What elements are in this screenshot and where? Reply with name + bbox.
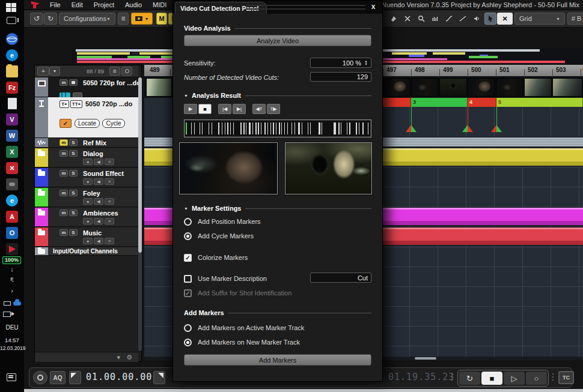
stop-button[interactable]: ■ xyxy=(481,372,502,385)
solo-button[interactable]: S xyxy=(69,139,78,146)
marker-description-field[interactable]: Cut xyxy=(310,273,371,283)
grid-type-dropdown[interactable]: Grid ▼ xyxy=(514,13,565,25)
record-enable-button[interactable]: ● xyxy=(83,198,93,205)
record-enable-button[interactable]: ● xyxy=(83,218,93,225)
radio-add-position-markers[interactable]: Add Position Markers xyxy=(184,217,261,226)
track-row-marker-selected[interactable]: T+ TT+ 5050 720p ...do ✓ Locate Cycle xyxy=(35,97,138,138)
cycle-button[interactable]: ↻ xyxy=(459,372,480,385)
mute-button[interactable]: m xyxy=(60,210,68,216)
solo-button[interactable]: S xyxy=(69,229,78,236)
checkbox-colorize-markers[interactable]: ✓ Colorize Markers xyxy=(184,253,248,262)
menu-item-file[interactable]: File xyxy=(44,0,66,10)
monitor-button[interactable]: ◀ xyxy=(94,178,103,185)
track-row-video[interactable]: m 5050 720p for ...do xyxy=(35,77,138,97)
browser-globe-icon[interactable] xyxy=(6,33,18,45)
marker-flag[interactable] xyxy=(406,125,411,132)
menu-item-midi[interactable]: MIDI xyxy=(147,0,172,10)
mute-button[interactable]: m xyxy=(60,229,68,236)
mute-tool[interactable] xyxy=(429,13,441,25)
cycle-marker[interactable] xyxy=(379,98,411,107)
battery-indicator[interactable]: 100% xyxy=(2,256,21,264)
configurations-dropdown[interactable]: Configurations ▼ xyxy=(59,13,115,25)
dialog-drag-grip[interactable] xyxy=(246,5,365,10)
play-button[interactable]: ▶ xyxy=(184,104,197,114)
glue-tool[interactable] xyxy=(388,13,400,25)
lock-icon[interactable] xyxy=(69,79,78,86)
cycle-marker[interactable]: 5 xyxy=(496,98,583,107)
collapse-icon[interactable]: ▾ xyxy=(117,354,120,361)
cycle-marker[interactable]: 3 xyxy=(411,98,468,107)
go-next-button[interactable]: ▶| xyxy=(233,104,246,114)
play-button[interactable]: ▷ xyxy=(504,372,525,385)
edit-channel-button[interactable]: ≡ xyxy=(105,158,114,165)
start-button-icon[interactable] xyxy=(6,3,17,13)
fade-tool[interactable] xyxy=(443,13,455,25)
cycle-button[interactable]: Cycle xyxy=(102,119,125,128)
stop-button[interactable]: ■ xyxy=(198,104,212,114)
marker-flag[interactable] xyxy=(496,125,502,132)
record-enable-button[interactable]: ● xyxy=(83,238,93,244)
track-row-dialog[interactable]: mSDialog●◀≡ xyxy=(35,148,138,167)
mute-button[interactable]: m xyxy=(60,150,68,157)
secondary-time-display[interactable]: 01.19.35.23 xyxy=(388,372,454,382)
menu-item-edit[interactable]: Edit xyxy=(66,0,88,10)
clock[interactable]: 14:57 xyxy=(0,337,24,343)
eraser-tool[interactable] xyxy=(401,13,414,25)
mute-button[interactable]: m xyxy=(60,190,68,196)
marker-settings-header[interactable]: ▼ Marker Settings xyxy=(184,205,371,212)
timeline-video-thumbnail[interactable] xyxy=(524,78,552,97)
zoom-tool[interactable] xyxy=(415,13,427,25)
tray-device-icon[interactable] xyxy=(4,301,11,306)
marker-flag[interactable] xyxy=(468,125,473,132)
edit-channel-button[interactable]: ≡ xyxy=(105,178,114,185)
file-explorer-icon[interactable] xyxy=(6,65,18,77)
outlook-icon[interactable]: O xyxy=(6,227,18,239)
radio-markers-active-track[interactable]: Add Markers on Active Marker Track xyxy=(184,323,304,333)
track-row-music[interactable]: mSMusic●◀≡ xyxy=(35,228,138,247)
timeline-video-thumbnail[interactable] xyxy=(146,78,172,97)
close-icon[interactable]: x xyxy=(369,2,377,11)
locate-button[interactable]: Locate xyxy=(75,119,100,128)
monitor-button[interactable]: ◀ xyxy=(94,238,103,244)
marker-flag[interactable] xyxy=(411,125,417,132)
nuendo-app-icon[interactable] xyxy=(6,243,18,255)
go-previous-button[interactable]: |◀ xyxy=(218,104,231,114)
notepad-icon[interactable] xyxy=(8,98,17,109)
people-icon[interactable]: ꭆ xyxy=(0,275,24,282)
add-cycle-marker-button[interactable]: TT+ xyxy=(70,100,82,108)
mute-button[interactable]: m xyxy=(60,139,68,146)
mute-button[interactable]: m xyxy=(60,170,68,176)
track-presets-dropdown[interactable]: ▼ xyxy=(49,67,60,76)
object-selection-tool[interactable] xyxy=(484,13,496,25)
internet-explorer-icon[interactable]: e xyxy=(6,194,18,207)
action-center-icon[interactable] xyxy=(7,373,16,381)
track-row-ambiences[interactable]: mSAmbiences●◀≡ xyxy=(35,208,138,227)
solo-button[interactable]: S xyxy=(69,190,78,196)
timeline-video-thumbnail[interactable] xyxy=(468,78,495,97)
menu-item-audio[interactable]: Audio xyxy=(120,0,147,10)
record-enable-button[interactable]: ● xyxy=(83,158,93,165)
add-markers-button[interactable]: Add Markers xyxy=(184,354,371,366)
analyze-video-button[interactable]: Analyze Video xyxy=(184,35,371,46)
radio-markers-new-track[interactable]: Add Markers on New Marker Track xyxy=(184,337,300,347)
excel-icon[interactable]: X xyxy=(6,146,18,158)
record-button[interactable]: ○ xyxy=(526,372,547,385)
timeline-video-thumbnail[interactable] xyxy=(439,78,467,97)
bar-grid-button[interactable]: # B xyxy=(567,13,583,25)
checkbox-use-marker-description[interactable]: Use Marker Description xyxy=(184,274,267,283)
setup-list-button[interactable]: ≡ xyxy=(118,13,129,25)
visual-studio-icon[interactable]: V xyxy=(6,113,18,125)
metronome-button[interactable] xyxy=(33,371,47,384)
solo-button[interactable]: S xyxy=(69,210,78,216)
undo-button[interactable]: ↺ xyxy=(30,13,43,25)
hide-icons-arrow-icon[interactable]: ↓ xyxy=(0,265,24,273)
aq-button[interactable]: AQ xyxy=(50,371,66,384)
add-marker-button[interactable]: T+ xyxy=(60,100,69,108)
track-row-sound-effect[interactable]: mSSound Effect●◀≡ xyxy=(35,168,138,187)
cycle-marker[interactable]: 4 xyxy=(468,98,496,107)
track-list-scrollbar[interactable] xyxy=(138,77,142,253)
menu-item-project[interactable]: Project xyxy=(88,0,120,10)
chevron-up-icon[interactable]: › xyxy=(0,287,24,294)
language-indicator[interactable]: DEU xyxy=(0,324,24,331)
analysis-result-header[interactable]: ▼ Analysis Result xyxy=(184,92,371,99)
